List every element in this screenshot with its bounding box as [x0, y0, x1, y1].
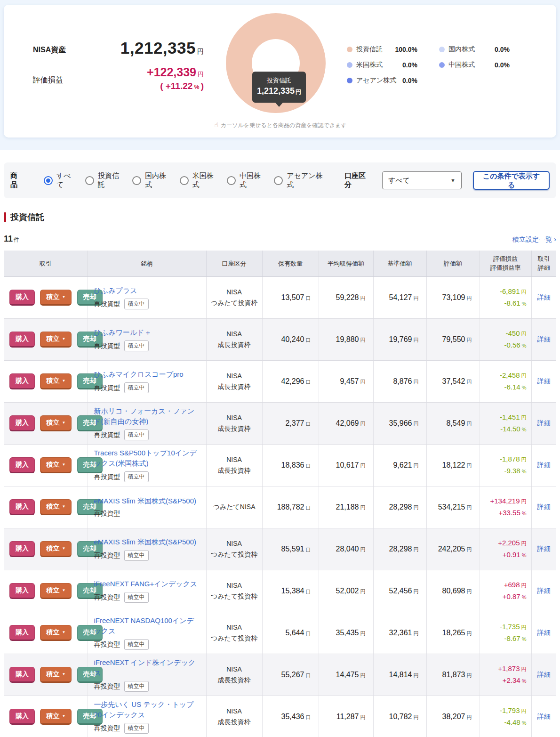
- radio-label: 中国株式: [240, 171, 263, 189]
- detail-link[interactable]: 詳細: [537, 377, 551, 385]
- apply-filter-button[interactable]: この条件で表示する: [473, 171, 550, 190]
- buy-button[interactable]: 購入: [9, 457, 35, 473]
- detail-link[interactable]: 詳細: [537, 671, 551, 678]
- detail-link[interactable]: 詳細: [537, 335, 551, 343]
- column-header: 平均取得価額: [319, 251, 373, 276]
- base-price-cell: 10,782円: [373, 696, 426, 737]
- asset-value: 1,212,335円: [65, 39, 204, 57]
- tsumitate-button[interactable]: 積立▼: [40, 332, 72, 348]
- buy-button[interactable]: 購入: [9, 373, 35, 389]
- buy-button[interactable]: 購入: [9, 709, 35, 725]
- buy-button[interactable]: 購入: [9, 541, 35, 557]
- detail-cell: 詳細: [531, 360, 556, 402]
- column-header: 銘柄: [88, 251, 206, 276]
- fund-type: 再投資型: [94, 551, 120, 560]
- account-type-cell: つみたてNISA: [206, 486, 262, 528]
- fund-name-link[interactable]: iFreeNEXT NASDAQ100インデックス: [94, 616, 200, 636]
- detail-link[interactable]: 詳細: [537, 503, 551, 510]
- pl-cell: -1,793円 -4.48%: [480, 696, 531, 737]
- fund-name-link[interactable]: ひふみワールド＋: [94, 327, 200, 338]
- tsumitate-badge: 積立中: [124, 429, 149, 440]
- radio-icon: [85, 176, 94, 185]
- base-price-cell: 8,876円: [373, 360, 426, 402]
- buy-button[interactable]: 購入: [9, 499, 35, 515]
- buy-button[interactable]: 購入: [9, 625, 35, 641]
- pl-percent: ( +11.22 % ): [65, 81, 204, 91]
- pl-cell: -2,458円 -6.14%: [480, 360, 531, 402]
- buy-button[interactable]: 購入: [9, 583, 35, 599]
- product-radio[interactable]: 国内株式: [132, 171, 168, 189]
- result-count: 11件: [4, 234, 19, 244]
- product-radio[interactable]: アセアン株式: [274, 171, 323, 189]
- detail-link[interactable]: 詳細: [537, 629, 551, 636]
- product-radio[interactable]: 中国株式: [227, 171, 263, 189]
- tsumitate-button[interactable]: 積立▼: [40, 290, 72, 306]
- buy-button[interactable]: 購入: [9, 667, 35, 683]
- pl-cell: +2,205円 +0.91%: [480, 528, 531, 570]
- fund-name-link[interactable]: eMAXIS Slim 米国株式(S&P500): [94, 537, 200, 547]
- fund-cell: Tracers S&P500トップ10インデックス(米国株式) 再投資型 積立中: [88, 444, 206, 486]
- tsumitate-settings-link[interactable]: 積立設定一覧›: [512, 235, 556, 244]
- column-header: 口座区分: [206, 251, 262, 276]
- fund-cell: iFreeNEXT FANG+インデックス 再投資型 積立中: [88, 570, 206, 612]
- fund-name-link[interactable]: 新ホリコ・フォーカス・ファンド(新自由の女神): [94, 406, 200, 427]
- fund-type: 再投資型: [94, 473, 120, 481]
- detail-link[interactable]: 詳細: [537, 461, 551, 469]
- pl-cell: -1,735円 -8.67%: [480, 612, 531, 654]
- column-header: 評価損益評価損益率: [480, 251, 531, 276]
- table-row: 購入 積立▼ 売却 一歩先いく US テック・トップ20インデックス 再投資型 …: [4, 696, 556, 737]
- valuation-cell: 37,542円: [426, 360, 480, 402]
- tsumitate-button[interactable]: 積立▼: [40, 625, 72, 641]
- tsumitate-button[interactable]: 積立▼: [40, 457, 72, 473]
- tsumitate-badge: 積立中: [124, 723, 149, 734]
- valuation-cell: 534,215円: [426, 486, 480, 528]
- fund-name-link[interactable]: ひふみマイクロスコープpro: [94, 369, 200, 380]
- buy-button[interactable]: 購入: [9, 415, 35, 431]
- tsumitate-button[interactable]: 積立▼: [40, 373, 72, 389]
- account-type-cell: NISAつみたて投資枠: [206, 570, 262, 612]
- tsumitate-button[interactable]: 積立▼: [40, 499, 72, 515]
- fund-type: 再投資型: [94, 431, 120, 439]
- product-radio[interactable]: 米国株式: [180, 171, 216, 189]
- detail-link[interactable]: 詳細: [537, 293, 551, 301]
- caret-down-icon: ▼: [62, 630, 65, 634]
- tsumitate-badge: 積立中: [124, 550, 149, 561]
- tsumitate-button[interactable]: 積立▼: [40, 541, 72, 557]
- buy-button[interactable]: 購入: [9, 332, 35, 348]
- fund-cell: iFreeNEXT NASDAQ100インデックス 再投資型 積立中: [88, 612, 206, 654]
- radio-icon: [180, 176, 189, 185]
- product-radio[interactable]: すべて: [44, 171, 74, 189]
- asset-legend: 投資信託 100.0% 国内株式 0.0% 米国株式 0.0% 中国株式 0.0…: [347, 45, 510, 85]
- tsumitate-button[interactable]: 積立▼: [40, 415, 72, 431]
- fund-name-link[interactable]: 一歩先いく US テック・トップ20インデックス: [94, 699, 200, 720]
- buy-button[interactable]: 購入: [9, 290, 35, 306]
- valuation-cell: 81,873円: [426, 654, 480, 696]
- detail-link[interactable]: 詳細: [537, 545, 551, 552]
- legend-label: 投資信託: [356, 45, 383, 54]
- detail-link[interactable]: 詳細: [537, 587, 551, 594]
- product-radio[interactable]: 投資信託: [85, 171, 121, 189]
- quantity-cell: 2,377口: [262, 402, 319, 444]
- detail-link[interactable]: 詳細: [537, 713, 551, 720]
- valuation-cell: 18,122円: [426, 444, 480, 486]
- legend-dot-icon: [347, 62, 352, 68]
- base-price-cell: 54,127円: [373, 276, 426, 318]
- tsumitate-button[interactable]: 積立▼: [40, 583, 72, 599]
- column-header: 評価額: [426, 251, 480, 276]
- trade-actions-cell: 購入 積立▼ 売却: [4, 444, 88, 486]
- base-price-cell: 14,814円: [373, 654, 426, 696]
- fund-name-link[interactable]: Tracers S&P500トップ10インデックス(米国株式): [94, 448, 200, 469]
- avg-price-cell: 10,617円: [319, 444, 373, 486]
- fund-name-link[interactable]: iFreeNEXT インド株インデックス: [94, 657, 200, 678]
- fund-name-link[interactable]: iFreeNEXT FANG+インデックス: [94, 579, 200, 589]
- table-row: 購入 積立▼ 売却 iFreeNEXT NASDAQ100インデックス 再投資型…: [4, 612, 556, 654]
- legend-item: 国内株式 0.0%: [439, 45, 510, 54]
- tsumitate-button[interactable]: 積立▼: [40, 709, 72, 725]
- account-type-cell: NISAつみたて投資枠: [206, 276, 262, 318]
- detail-link[interactable]: 詳細: [537, 419, 551, 427]
- fund-name-link[interactable]: ひふみプラス: [94, 285, 200, 296]
- account-type-select[interactable]: すべて ▼: [382, 171, 462, 189]
- fund-name-link[interactable]: eMAXIS Slim 米国株式(S&P500): [94, 496, 200, 506]
- account-type-cell: NISA成長投資枠: [206, 318, 262, 360]
- tsumitate-button[interactable]: 積立▼: [40, 667, 72, 683]
